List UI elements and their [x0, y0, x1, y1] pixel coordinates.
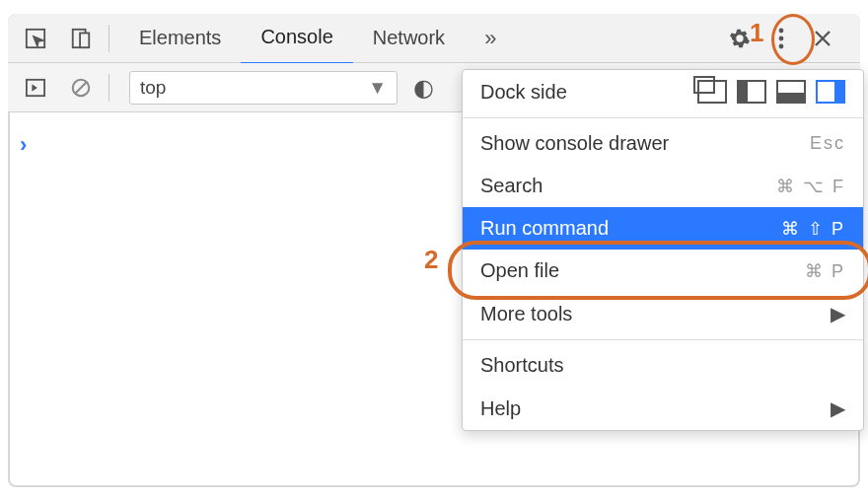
context-selector[interactable]: top ▼	[129, 71, 398, 105]
menu-open-file[interactable]: Open file ⌘ P	[463, 250, 863, 292]
divider	[108, 25, 109, 52]
main-menu: Dock side Show console drawer Esc Search…	[462, 69, 864, 431]
tab-console[interactable]: Console	[241, 13, 352, 65]
clear-console-icon[interactable]	[63, 70, 99, 106]
submenu-arrow-icon: ▶	[831, 396, 845, 420]
svg-rect-2	[80, 33, 89, 47]
menu-show-console-drawer[interactable]: Show console drawer Esc	[463, 122, 863, 165]
inspect-element-icon[interactable]	[18, 21, 53, 56]
console-prompt: ›	[20, 132, 27, 157]
more-options-icon[interactable]	[763, 21, 799, 56]
tab-elements[interactable]: Elements	[119, 14, 241, 63]
tab-network[interactable]: Network	[353, 14, 465, 63]
live-expression-icon[interactable]: ◐	[405, 70, 441, 106]
menu-separator	[463, 339, 863, 340]
dock-bottom-icon[interactable]	[776, 80, 806, 104]
dock-undock-icon[interactable]	[697, 80, 727, 104]
dock-side-label: Dock side	[480, 81, 567, 104]
shortcut: Esc	[810, 133, 845, 154]
dock-left-icon[interactable]	[737, 80, 766, 104]
menu-shortcuts[interactable]: Shortcuts	[463, 344, 863, 387]
menu-more-tools[interactable]: More tools ▶	[463, 292, 863, 335]
submenu-arrow-icon: ▶	[831, 302, 845, 325]
divider	[108, 74, 109, 102]
menu-separator	[463, 117, 863, 118]
device-toggle-icon[interactable]	[63, 21, 99, 56]
chevron-down-icon: ▼	[368, 77, 387, 99]
menu-dock-side: Dock side	[463, 70, 863, 113]
close-devtools-icon[interactable]	[805, 21, 840, 56]
svg-point-3	[779, 28, 784, 33]
menu-run-command[interactable]: Run command ⌘ ⇧ P	[463, 207, 863, 250]
dock-right-icon[interactable]	[816, 80, 845, 104]
svg-point-4	[779, 36, 784, 40]
shortcut: ⌘ P	[805, 260, 845, 282]
menu-help[interactable]: Help ▶	[463, 387, 863, 430]
shortcut: ⌘ ⇧ P	[781, 218, 845, 240]
settings-icon[interactable]	[722, 21, 758, 56]
tabs-overflow-icon[interactable]: »	[465, 14, 516, 63]
svg-point-5	[779, 43, 784, 48]
execution-context-icon[interactable]	[18, 70, 53, 106]
shortcut: ⌘ ⌥ F	[776, 176, 845, 197]
menu-search[interactable]: Search ⌘ ⌥ F	[463, 165, 863, 207]
context-value: top	[140, 77, 166, 99]
tab-bar: Elements Console Network »	[8, 14, 860, 63]
